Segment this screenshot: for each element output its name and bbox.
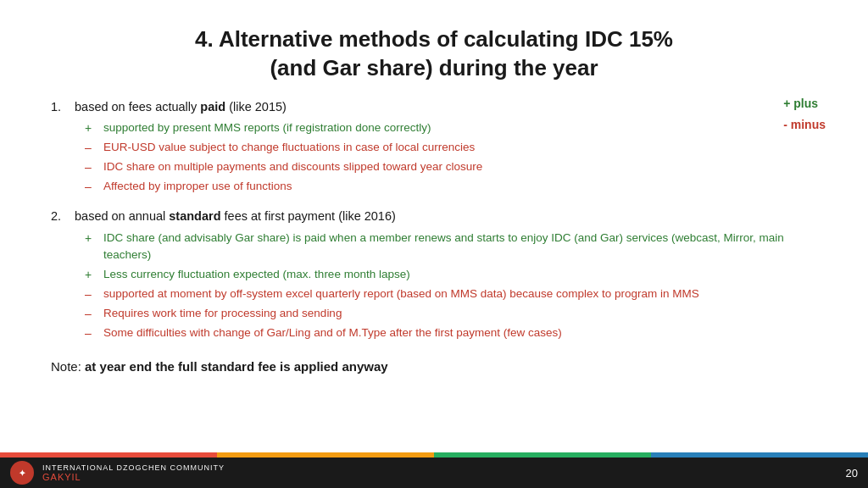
- legend-minus: - minus: [783, 114, 826, 136]
- footer-bar: ✦ INTERNATIONAL DZOGCHEN COMMUNITY GAKYI…: [0, 458, 868, 488]
- main-item-2: 2. based on annual standard fees at firs…: [51, 208, 817, 341]
- item2-number: 2.: [51, 208, 68, 226]
- item2-text: based on annual standard fees at first p…: [75, 208, 396, 226]
- sub-item: – supported at moment by off-system exce…: [85, 286, 817, 303]
- legend-plus: + plus: [783, 93, 826, 114]
- slide-title: 4. Alternative methods of calculating ID…: [51, 25, 817, 83]
- footer-org: INTERNATIONAL DZOGCHEN COMMUNITY: [42, 463, 225, 472]
- item1-text: based on fees actually paid (like 2015): [75, 98, 287, 117]
- item2-subitems: + IDC share (and advisably Gar share) is…: [85, 230, 817, 342]
- sub-item: – IDC share on multiple payments and dis…: [85, 158, 817, 176]
- item1-subitems: + supported by present MMS reports (if r…: [85, 119, 817, 196]
- note: Note: at year end the full standard fee …: [51, 358, 817, 377]
- sub-item: + IDC share (and advisably Gar share) is…: [85, 230, 817, 264]
- sub-item: + supported by present MMS reports (if r…: [85, 119, 817, 137]
- footer: ✦ INTERNATIONAL DZOGCHEN COMMUNITY GAKYI…: [0, 452, 868, 488]
- stripe-blue: [651, 452, 868, 458]
- sub-item: – Requires work time for processing and …: [85, 305, 817, 323]
- footer-text-block: INTERNATIONAL DZOGCHEN COMMUNITY GAKYIL: [42, 463, 225, 482]
- stripe-red: [0, 452, 217, 458]
- footer-sub: GAKYIL: [42, 472, 225, 482]
- content: 1. based on fees actually paid (like 201…: [51, 98, 817, 377]
- stripe-orange: [217, 452, 434, 458]
- footer-stripe: [0, 452, 868, 458]
- sub-item: – Affected by improper use of functions: [85, 178, 817, 196]
- sub-item: – Some difficulties with change of Gar/L…: [85, 324, 817, 342]
- item1-number: 1.: [51, 98, 68, 117]
- main-item-1-label: 1. based on fees actually paid (like 201…: [51, 98, 817, 117]
- footer-left: ✦ INTERNATIONAL DZOGCHEN COMMUNITY GAKYI…: [10, 461, 225, 485]
- title-line1: 4. Alternative methods of calculating ID…: [51, 25, 817, 54]
- sub-item: – EUR-USD value subject to change fluctu…: [85, 139, 817, 157]
- legend: + plus - minus: [783, 93, 826, 136]
- slide: 4. Alternative methods of calculating ID…: [0, 0, 868, 488]
- stripe-green: [434, 452, 651, 458]
- sub-item: + Less currency fluctuation expected (ma…: [85, 266, 817, 284]
- main-item-2-label: 2. based on annual standard fees at firs…: [51, 208, 817, 226]
- footer-logo: ✦: [10, 461, 34, 485]
- main-item-1: 1. based on fees actually paid (like 201…: [51, 98, 817, 197]
- title-line2: (and Gar share) during the year: [51, 54, 817, 83]
- footer-page: 20: [846, 467, 858, 480]
